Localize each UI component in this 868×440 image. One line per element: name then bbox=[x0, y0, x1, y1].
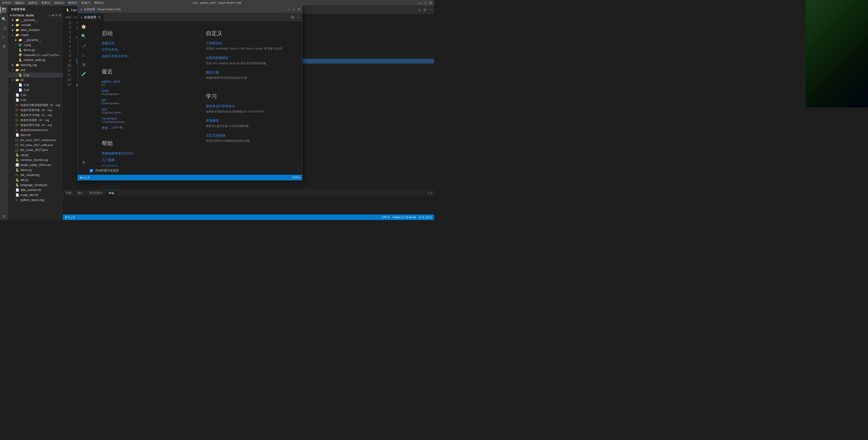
menu-select[interactable]: 选择(S) bbox=[28, 1, 37, 5]
settings-icon[interactable]: ⚙ bbox=[0, 213, 7, 220]
menu-edit[interactable]: 编辑(E) bbox=[15, 1, 24, 5]
recent-name-2[interactable]: tp5 bbox=[102, 98, 186, 102]
sidebar-item-little[interactable]: 📄little_women.txt bbox=[8, 187, 63, 193]
welcome-maximize-button[interactable]: □ bbox=[293, 8, 295, 11]
sidebar-item-die-visual[interactable]: ⊡die_visual.svg bbox=[8, 173, 63, 177]
welcome-status-utf8[interactable]: UTF-8 bbox=[292, 176, 300, 179]
sidebar-item-pycache[interactable]: ▶📁__pycache__ bbox=[8, 18, 63, 23]
sidebar-item-matplotlib[interactable]: 📦matplotlib-3.1.1-cp37-cp37m-... bbox=[8, 53, 63, 58]
minimize-button[interactable]: — bbox=[418, 1, 421, 5]
recent-name-4[interactable]: my-project bbox=[102, 117, 186, 120]
sidebar-item-json2[interactable]: { }btc_close_2017_urllib.json bbox=[8, 143, 63, 147]
sidebar-item-1png[interactable]: 🖼1.png bbox=[8, 42, 63, 48]
status-encoding[interactable]: UTF-8 bbox=[382, 216, 390, 219]
learn-link-0[interactable]: 查找并运行所有命令 bbox=[206, 104, 290, 109]
customize-link-2[interactable]: 颜色主题 bbox=[206, 70, 290, 75]
sidebar-item-svg3[interactable]: ⊡收盘价月日均值（¥）.svg bbox=[8, 113, 63, 117]
new-file-icon[interactable]: + bbox=[49, 14, 51, 17]
more-recent-link[interactable]: 更多... bbox=[102, 126, 111, 130]
welcome-minimize-button[interactable]: — bbox=[287, 8, 290, 11]
sidebar-item-test[interactable]: ▾📂test bbox=[8, 67, 63, 72]
welcome-debug-icon[interactable]: ▷ bbox=[80, 51, 88, 59]
sidebar-item-svg2[interactable]: ⊡收盘价星期均值（¥）.svg bbox=[8, 108, 63, 113]
customize-link-1[interactable]: 设置和按键绑定 bbox=[206, 56, 290, 60]
sidebar-item-dashboard[interactable]: ◈收盘价Dashboard.html bbox=[8, 127, 63, 133]
status-errors[interactable]: ⊗ 0 △ 0 bbox=[65, 216, 74, 219]
sidebar-item-demo[interactable]: 🐍demo.py bbox=[8, 168, 63, 173]
welcome-search-icon[interactable]: 🔍 bbox=[80, 32, 88, 40]
welcome-git-icon[interactable]: ⎇ bbox=[80, 41, 88, 50]
sidebar-item-common[interactable]: 🐍common_function.py bbox=[8, 157, 63, 163]
sidebar-item-carpy[interactable]: 🐍car.py bbox=[8, 152, 63, 157]
panel-tab-problems[interactable]: 问题 bbox=[63, 190, 74, 196]
menu-goto[interactable]: 转到(G) bbox=[55, 1, 64, 5]
sidebar-item-1txt[interactable]: 📄1.txt bbox=[8, 92, 63, 97]
add-workspace-link[interactable]: 添加工作区文件夹... bbox=[102, 54, 186, 59]
sidebar-item-alien-invasion[interactable]: ▶📁alien_invasion bbox=[8, 28, 63, 32]
menu-terminal[interactable]: 终端(T) bbox=[81, 1, 90, 5]
root-folder[interactable]: ▾ PYTHON_WORK + 🗁 ↻ ⊟ bbox=[8, 13, 63, 18]
panel-tab-terminal[interactable]: 终端 bbox=[106, 190, 117, 196]
new-file-link[interactable]: 新建文件 bbox=[102, 41, 186, 46]
sidebar-item-3txt[interactable]: 📄3.txt bbox=[8, 97, 63, 102]
refresh-icon[interactable]: ↻ bbox=[56, 14, 58, 17]
menu-file[interactable]: 文件(F) bbox=[2, 1, 11, 5]
status-position[interactable]: Ln 9, Col 1 bbox=[419, 216, 432, 219]
breadcrumb-test[interactable]: test bbox=[66, 16, 70, 19]
welcome-home-icon[interactable]: 🏠 bbox=[80, 23, 88, 30]
split-editor-button[interactable]: ⊟ bbox=[424, 8, 427, 12]
explorer-icon[interactable] bbox=[0, 6, 7, 13]
sidebar-item-python-repos[interactable]: ⊡python_repos.svg bbox=[8, 198, 63, 203]
search-icon[interactable]: 🔍 bbox=[0, 16, 7, 23]
more-actions-button[interactable]: ⋯ bbox=[429, 8, 432, 12]
close-button[interactable]: ✕ bbox=[429, 1, 432, 5]
help-tips-link[interactable]: 提示与技巧 bbox=[102, 164, 186, 166]
new-folder-icon[interactable]: 🗁 bbox=[52, 14, 55, 17]
learn-link-1[interactable]: 界面概览 bbox=[206, 118, 290, 123]
welcome-flask-icon[interactable]: 🧪 bbox=[80, 70, 88, 78]
open-folder-link[interactable]: 打开文件夹... bbox=[102, 48, 186, 52]
show-welcome-checkbox[interactable] bbox=[90, 169, 93, 172]
welcome-tab-close[interactable]: ✕ bbox=[98, 15, 101, 19]
menu-help[interactable]: 帮助(H) bbox=[94, 1, 103, 5]
panel-tab-output[interactable]: 输出 bbox=[74, 190, 86, 196]
sidebar-item-svg5[interactable]: ⊡收盘价周日均值（¥）.svg bbox=[8, 122, 63, 127]
sidebar-item-randomwalk[interactable]: 🐍random_walk.py bbox=[8, 58, 63, 62]
welcome-more-icon[interactable]: ⋯ bbox=[296, 15, 300, 20]
sidebar-item-svg4[interactable]: ⊡收盘价折线图（¥）.svg bbox=[8, 117, 63, 122]
sidebar-item-svg1[interactable]: ⊡收盘价对数变换折线图（¥）.svg bbox=[8, 102, 63, 108]
sidebar-item-demopy[interactable]: 🐍demo.py bbox=[8, 48, 63, 53]
sidebar-item-learninglog[interactable]: ▶📁learning_log bbox=[8, 62, 63, 67]
learn-link-2[interactable]: 交互式演练场 bbox=[206, 133, 290, 138]
collapse-icon[interactable]: ⊟ bbox=[59, 14, 61, 17]
panel-tab-debug[interactable]: 调试控制台 bbox=[86, 190, 106, 196]
menu-debug[interactable]: 调试(D) bbox=[68, 1, 77, 5]
sidebar-item-1py[interactable]: 🐍1.py bbox=[8, 72, 63, 78]
sidebar-item-charts-pycache[interactable]: ▶📁__pycache__ bbox=[8, 37, 63, 42]
help-videos-link[interactable]: 入门视频 bbox=[102, 158, 186, 162]
welcome-tab[interactable]: ◈ 欢迎使用 ✕ bbox=[78, 13, 104, 22]
debug-icon[interactable]: ▷ bbox=[0, 33, 7, 40]
source-control-icon[interactable]: ⎇ bbox=[0, 25, 7, 31]
sidebar-item-1txt-inner[interactable]: 📄1.txt bbox=[8, 83, 63, 88]
extensions-icon[interactable]: ⊞ bbox=[0, 42, 7, 50]
sidebar-item-diepy[interactable]: 🐍die.py bbox=[8, 177, 63, 182]
sidebar-item-json1[interactable]: { }btc_close_2017_request.json bbox=[8, 138, 63, 143]
sidebar-item-moby[interactable]: 📄moby_dict.txt bbox=[8, 193, 63, 198]
sidebar-item-alice[interactable]: 📄alice.txt bbox=[8, 133, 63, 138]
welcome-status-errors[interactable]: ⊗ 0 △ 0 bbox=[80, 176, 89, 179]
recent-name-3[interactable]: test bbox=[102, 107, 186, 111]
customize-link-0[interactable]: 工具和语言 bbox=[206, 41, 290, 46]
sidebar-item-txt[interactable]: ▾📂txt bbox=[8, 78, 63, 83]
show-welcome-label[interactable]: 启动时显示欢迎页 bbox=[95, 169, 119, 173]
recent-name-0[interactable]: python_work bbox=[102, 80, 186, 83]
welcome-extensions-icon[interactable]: ⊞ bbox=[80, 60, 88, 68]
maximize-button[interactable]: □ bbox=[424, 1, 426, 5]
sidebar-item-csv[interactable]: 📊death_valley_2014.csv bbox=[8, 163, 63, 168]
recent-name-1[interactable]: shop bbox=[102, 89, 186, 92]
status-python[interactable]: Python 3.7.0 64-bit bbox=[393, 216, 415, 219]
sidebar-item-json3[interactable]: { }btc_close_2017.json bbox=[8, 147, 63, 152]
run-button[interactable]: ▷ bbox=[419, 8, 422, 12]
help-shortcuts-link[interactable]: 快捷键速查表(可打印) bbox=[102, 151, 186, 156]
sidebar-item-language[interactable]: 🐍language_survey.py bbox=[8, 182, 63, 187]
